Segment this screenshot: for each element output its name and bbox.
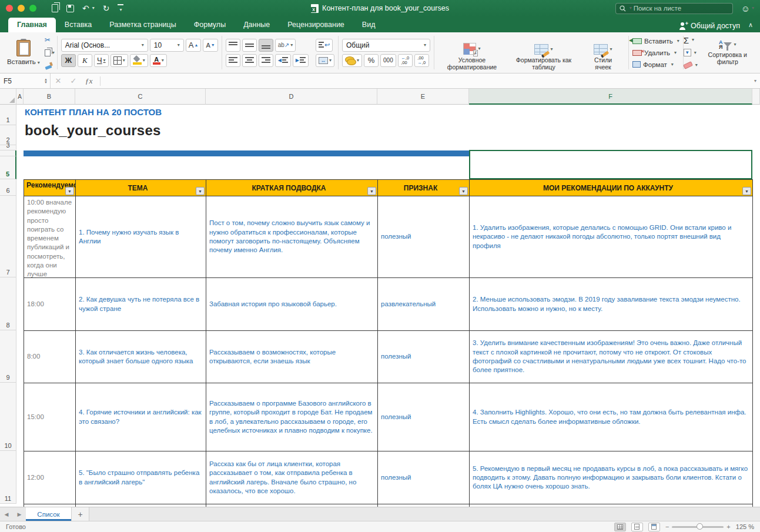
italic-button[interactable]: К [78,54,92,67]
cell-time[interactable]: 15:00 [24,383,76,451]
cell-styles-button[interactable]: ▾ Стили ячеек [581,44,625,71]
cell-type[interactable]: полезный [378,331,470,383]
font-color-button[interactable]: A▾ [150,54,167,67]
cell-recommendation[interactable]: 1. Удалить изображения, которые делались… [470,196,753,278]
cell-topic[interactable]: 2. Как девушка чуть не потеряла все в чу… [76,278,206,331]
clear-button[interactable]: ▾ [684,60,698,71]
view-page-break-button[interactable] [648,523,660,531]
align-middle-button[interactable] [242,39,257,52]
row-header-10[interactable]: 10 [0,383,16,451]
orientation-button[interactable]: ab↗▾ [275,39,296,52]
column-header-d[interactable]: D [206,89,377,105]
cut-button[interactable]: ✂ [45,35,55,45]
bold-button[interactable]: Ж [61,54,76,67]
fullscreen-button[interactable] [29,5,36,12]
row-header-3[interactable]: 3 [0,145,16,150]
row-header-11[interactable]: 11 [0,451,16,504]
header-cell-topic[interactable]: ТЕМА▼ [76,180,206,196]
header-cell-time[interactable]: Рекомендуемое▼ [24,180,76,196]
save-button[interactable] [66,5,74,12]
copy-button[interactable]: ▾ [45,48,55,58]
autosum-button[interactable]: Σ▾ [684,35,698,45]
cell-topic[interactable]: 4. Горячие источники и английский: как э… [76,383,206,451]
header-cell-recommendation[interactable]: МОИ РЕКОМЕНДАЦИИ ПО АККАУНТУ▼ [470,180,753,196]
view-normal-button[interactable] [614,523,626,531]
cell-time[interactable]: 12:00 [24,451,76,504]
tab-review[interactable]: Рецензирование [279,18,353,32]
search-input[interactable] [634,5,716,12]
row-header-6[interactable]: 6 [0,179,16,196]
fill-button[interactable]: ▼▾ [684,48,698,58]
underline-button[interactable]: Ч▾ [94,54,109,67]
select-all-corner[interactable] [0,89,16,105]
feedback-smiley-button[interactable]: ☺▾ [741,4,754,14]
font-size-select[interactable]: 10▾ [150,39,184,52]
increase-font-button[interactable]: A▲ [186,39,202,52]
cell-lead[interactable]: Пост о том, почему сложно выучить язык с… [206,196,378,278]
row-header-1[interactable]: 1 [0,105,16,125]
row-header-5[interactable]: 5 [0,156,16,179]
merge-cells-button[interactable]: ↔▾ [316,54,334,67]
toolbar-options-button[interactable]: ▾ [118,4,123,12]
cell-time[interactable]: 18:00 [24,278,76,331]
align-left-button[interactable] [226,54,240,67]
cell-recommendation[interactable]: 2. Меньше использовать эмодзи. В 2019 го… [470,278,753,331]
filter-button[interactable]: ▼ [459,187,468,195]
column-header-f[interactable]: F [469,89,752,105]
cell-time[interactable]: 10:00 вначале рекомендую просто поиграть… [24,196,76,278]
formula-bar-expand-icon[interactable]: ▾ [754,78,756,83]
collapse-ribbon-button[interactable]: ∧ [748,21,753,29]
increase-indent-button[interactable]: ▶ [293,54,309,67]
close-button[interactable] [6,5,13,12]
zoom-out-button[interactable]: − [665,523,669,530]
cell-recommendation[interactable]: 4. Заполнить Highlights. Хорошо, что они… [470,383,753,451]
filter-button[interactable]: ▼ [65,187,74,195]
zoom-in-button[interactable]: + [726,523,730,530]
tab-view[interactable]: Вид [353,18,384,32]
column-header-b[interactable]: B [24,89,75,105]
column-header-c[interactable]: C [75,89,206,105]
delete-cells-button[interactable]: Удалить▾ [632,48,679,58]
cell-recommendation[interactable]: 5. Рекомендую в первый месяц не продават… [470,451,753,504]
name-box-spinner[interactable]: ▲▼ [44,78,48,84]
increase-decimal-button[interactable]: ←,0,00 [398,54,413,67]
header-cell-lead[interactable]: КРАТКАЯ ПОДВОДКА▼ [206,180,378,196]
filter-button[interactable]: ▼ [367,187,376,195]
cancel-entry-button[interactable]: ✕ [51,76,66,85]
tab-formulas[interactable]: Формулы [185,18,235,32]
row-header-7[interactable]: 7 [0,196,16,277]
name-box[interactable]: F5 ▲▼ [0,73,51,88]
comma-style-button[interactable]: 000 [380,54,396,67]
tab-insert[interactable]: Вставка [56,18,101,32]
zoom-slider[interactable] [672,526,724,528]
tab-data[interactable]: Данные [235,18,279,32]
filter-button[interactable]: ▼ [196,187,205,195]
percent-style-button[interactable]: % [364,54,379,67]
cell-type[interactable]: полезный [378,383,470,451]
column-header-g-partial[interactable] [752,89,760,105]
cell-time[interactable]: 8:00 [24,331,76,383]
sort-filter-button[interactable]: АЯ ▾ Сортировка и фильтр [701,39,754,66]
paste-button[interactable]: Вставить▾ [5,34,42,71]
cell-lead[interactable]: Рассказ как бы от лица клиентки, которая… [206,451,378,504]
redo-button[interactable]: ↻ [103,4,110,13]
insert-function-button[interactable]: ƒx [81,76,96,86]
accounting-format-button[interactable]: ▾ [342,54,362,67]
conditional-formatting-button[interactable]: ≠▾ Условное форматирование [438,42,506,71]
cell-topic[interactable]: 5. "Было страшно отправлять ребенка в ан… [76,451,206,504]
format-painter-button[interactable] [45,61,55,70]
insert-cells-button[interactable]: Вставить▾ [632,36,679,46]
tab-home[interactable]: Главная [8,18,56,32]
column-header-a[interactable]: A [16,89,24,105]
cell-lead[interactable]: Рассказываем о программе Базового англий… [206,383,378,451]
previous-sheet-button[interactable]: ◀ [0,507,13,521]
header-cell-type[interactable]: ПРИЗНАК▼ [378,180,470,196]
sheet-search[interactable]: ▾ [615,3,733,14]
column-header-e[interactable]: E [377,89,469,105]
borders-button[interactable]: ▾ [111,54,128,67]
sheet-heading-small[interactable]: КОНТЕНТ ПЛАН НА 20 ПОСТОВ [25,107,162,117]
cell-type[interactable]: развлекательный [378,278,470,331]
align-right-button[interactable] [259,54,273,67]
decrease-indent-button[interactable]: ◀ [275,54,291,67]
align-top-button[interactable] [226,39,240,52]
